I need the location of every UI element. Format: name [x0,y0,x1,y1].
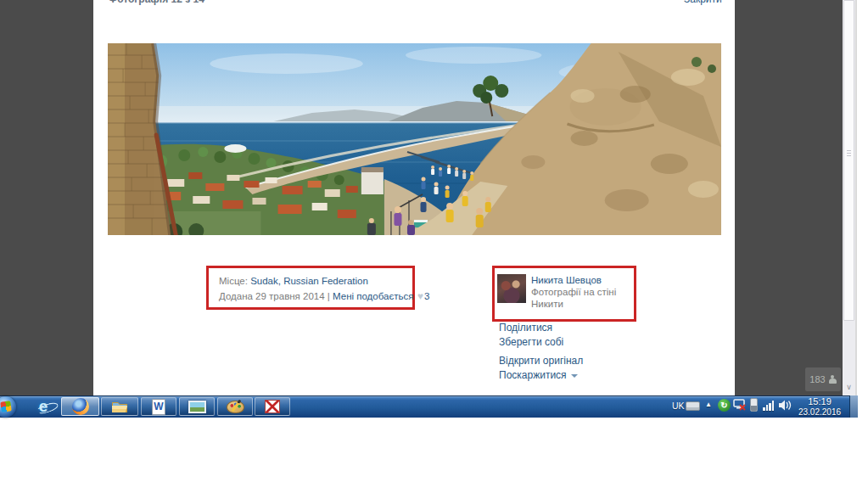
online-viewers-badge[interactable]: 183 [805,367,841,391]
windows-explorer-icon [110,399,129,414]
clock-time: 15:19 [794,396,845,407]
place-line: Місце: Sudak, Russian Federation [219,276,368,286]
photo[interactable] [108,43,721,235]
save-link[interactable]: Зберегти собі [499,336,563,348]
taskbar-item-photo-viewer[interactable] [179,397,215,416]
avatar[interactable] [497,274,526,303]
like-count[interactable]: 3 [424,291,429,301]
show-hidden-icons-arrow[interactable]: ▲ [705,401,712,408]
taskbar-item-windows-explorer[interactable] [101,397,138,416]
taskbar-item-paint[interactable] [217,397,253,416]
heart-icon: ♥ [417,290,424,302]
online-count: 183 [809,374,825,384]
picture-manager-icon [265,400,280,413]
photo-viewer-icon [188,401,206,413]
keyboard-icon[interactable] [686,401,700,411]
internet-explorer-icon: e [39,398,48,415]
taskbar-item-word[interactable]: W [141,397,176,416]
taskbar-item-firefox[interactable] [61,397,99,416]
photo-source-line2: Никити [531,299,563,309]
like-link[interactable]: Мені подобається [333,291,414,301]
scrollbar-down-arrow[interactable]: ∨ [843,381,855,393]
taskbar-item-internet-explorer[interactable]: e [31,397,56,416]
volume-icon[interactable] [778,399,792,412]
photo-counter: Фотографія 12 з 14 [109,0,204,5]
photo-source-line1: Фотографії на стіні [531,287,616,297]
added-date: Додана 29 травня 2014 [219,291,325,301]
report-label: Поскаржитися [499,369,567,381]
chevron-down-icon [571,374,578,378]
close-link[interactable]: Закрити [684,0,722,5]
annotation-rect-meta: Місце: Sudak, Russian Federation Додана … [206,266,415,310]
word-icon: W [152,399,165,415]
photobox-dim-overlay-left[interactable] [0,0,93,395]
photobox-dim-overlay-right[interactable] [735,0,843,395]
window-right-edge [855,0,857,395]
report-link[interactable]: Поскаржитися [499,369,578,381]
annotation-rect-author: Никита Шевцов Фотографії на стіні Никити [492,266,636,322]
taskbar-item-picture-manager[interactable] [255,397,290,416]
firefox-icon [72,398,89,415]
author-name-link[interactable]: Никита Шевцов [531,275,602,285]
place-link[interactable]: Sudak, Russian Federation [250,276,368,286]
phone-icon[interactable] [750,398,758,412]
scrollbar-track[interactable]: ∨ [843,0,855,395]
separator: | [328,291,330,301]
signal-bars-icon[interactable] [763,400,776,411]
place-label: Місце: [219,276,248,286]
paint-brush-icon [231,399,241,412]
clock-date: 23.02.2016 [794,407,845,417]
network-error-icon[interactable] [733,399,747,412]
open-original-link[interactable]: Відкрити оригінал [499,355,583,367]
photo-image [108,43,721,235]
language-indicator[interactable]: UK [672,401,685,411]
person-icon [829,375,837,384]
added-line: Додана 29 травня 2014 | Мені подобається… [219,290,429,302]
show-desktop-button[interactable] [849,395,858,418]
desktop-screen: Фотографія 12 з 14 Закрити [0,0,868,488]
share-link[interactable]: Поділитися [499,322,552,334]
scrollbar-grip [847,150,851,157]
scrollbar-thumb[interactable] [843,0,854,321]
tray-clock[interactable]: 15:19 23.02.2016 [794,396,845,417]
sync-icon[interactable]: ↻ [718,399,731,412]
paint-icon [227,401,244,413]
